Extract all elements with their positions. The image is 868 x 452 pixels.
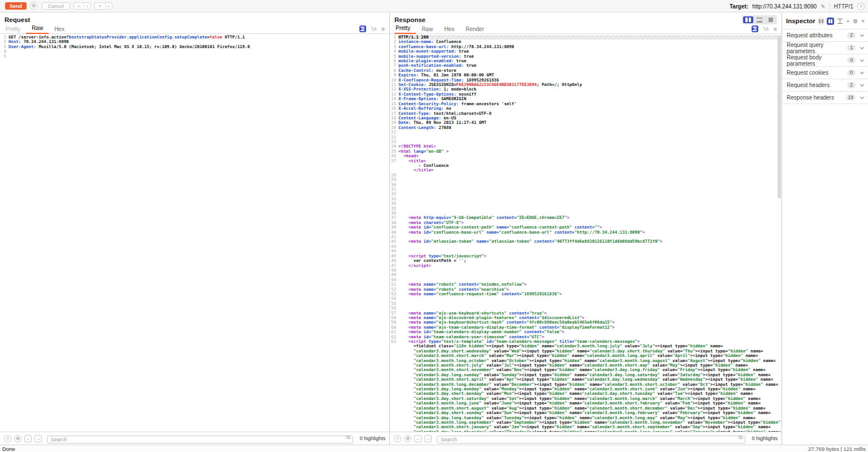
code-line[interactable]: 4 <box>0 49 389 54</box>
layout-columns-button[interactable] <box>743 16 753 23</box>
layout-single-button[interactable] <box>766 16 776 23</box>
inspector-section-request-headers[interactable]: Request headers2 <box>782 79 868 92</box>
code-line[interactable]: 47 </script> <box>390 264 782 268</box>
send-button[interactable]: Send <box>5 2 27 10</box>
editor-menu-icon[interactable]: ≡ <box>774 26 777 32</box>
code-line[interactable]: </title> <box>390 168 782 173</box>
response-panel: Response PrettyRawHexRender \n ≡ 1HTTP/1… <box>390 13 782 445</box>
search-input[interactable] <box>437 436 745 444</box>
code-line[interactable]: 53 <meta name="confluence-request-time" … <box>390 292 782 296</box>
code-line[interactable]: 40 <meta id="confluence-base-url" name="… <box>390 230 782 235</box>
code-line[interactable]: "calendar3.day.long.thursday" value="Thu… <box>390 430 782 432</box>
line-content: <html lang="en-GB" > <box>398 149 782 154</box>
code-line[interactable]: 22 <box>390 135 782 140</box>
line-content <box>398 192 782 196</box>
response-editor[interactable]: 1HTTP/1.1 2002instance-name: Confluence3… <box>390 34 782 432</box>
inspector-section-request-attributes[interactable]: Request attributes2 <box>782 29 868 42</box>
line-content: Content-Length: 27080 <box>398 126 782 130</box>
tab-raw[interactable]: Raw <box>26 25 49 34</box>
code-line[interactable]: 31 <box>390 187 782 192</box>
collapse-all-icon[interactable]: ÷ <box>846 18 850 24</box>
forward-arrow-icon: > <box>95 3 105 9</box>
http-version-label[interactable]: HTTP/1 <box>834 3 853 10</box>
search-next-button[interactable]: → <box>34 435 42 442</box>
search-settings-button[interactable]: ⚙ <box>14 435 21 442</box>
code-line[interactable]: 33 <box>390 197 782 201</box>
line-number: 5 <box>0 54 8 59</box>
scrollbar[interactable] <box>778 36 781 199</box>
line-content: </script> <box>398 264 782 268</box>
code-line[interactable]: 42 <meta id="atlassian-token" name="atla… <box>390 239 782 244</box>
line-number <box>390 368 398 372</box>
tab-raw[interactable]: Raw <box>416 26 439 34</box>
code-line[interactable]: 30 <box>390 183 782 187</box>
count-badge: 0 <box>847 57 856 63</box>
expand-all-icon[interactable] <box>837 19 843 24</box>
help-button[interactable]: ? <box>857 3 865 10</box>
search-prev-button[interactable]: ← <box>24 435 32 442</box>
section-label: Request body parameters <box>787 54 847 67</box>
search-help-button[interactable]: ? <box>394 435 401 442</box>
gear-icon[interactable]: ⚙ <box>852 18 858 24</box>
close-icon[interactable]: × <box>861 18 865 24</box>
code-line[interactable]: 32 <box>390 192 782 196</box>
inspector-section-response-headers[interactable]: Response headers19 <box>782 92 868 104</box>
show-newlines-icon[interactable]: \n <box>763 27 769 32</box>
code-line[interactable]: 35 <box>390 206 782 211</box>
code-line[interactable]: 25<html lang="en-GB" > <box>390 149 782 154</box>
inspector-layout-side-icon[interactable] <box>818 18 825 25</box>
editor-menu-icon[interactable]: ≡ <box>381 26 385 32</box>
line-content <box>398 302 782 306</box>
question-icon: ? <box>396 436 398 441</box>
send-options-button[interactable]: ⚙ <box>30 2 37 10</box>
edit-target-icon[interactable]: ✎ <box>821 3 825 10</box>
chevron-down-icon[interactable]: ▾ <box>84 3 90 9</box>
layout-toggle-group <box>742 15 777 24</box>
inspector-section-request-query-parameters[interactable]: Request query parameters1 <box>782 42 868 54</box>
prettify-icon[interactable] <box>752 25 758 32</box>
search-help-button[interactable]: ? <box>4 435 11 442</box>
search-settings-button[interactable]: ⚙ <box>404 435 411 442</box>
search-next-button[interactable]: → <box>424 435 432 442</box>
code-line[interactable]: 20Content-Length: 27080 <box>390 126 782 130</box>
code-line[interactable]: 21 <box>390 130 782 135</box>
line-content <box>398 130 782 135</box>
gear-icon: ⚙ <box>406 436 410 441</box>
tab-hex[interactable]: Hex <box>439 26 460 34</box>
code-line[interactable]: 26 <head> <box>390 154 782 158</box>
code-line[interactable]: 43 <box>390 244 782 249</box>
tab-pretty[interactable]: Pretty <box>394 25 416 34</box>
line-content <box>398 201 782 206</box>
inspector-section-request-cookies[interactable]: Request cookies0 <box>782 67 868 79</box>
code-line[interactable]: 46 var contextPath = ''; <box>390 259 782 263</box>
chevron-down-icon[interactable]: ▾ <box>105 3 112 9</box>
code-line[interactable]: - Confluence <box>390 163 782 168</box>
line-content <box>398 197 782 201</box>
response-metrics: 27,769 bytes | 121 millis <box>808 446 866 452</box>
layout-rows-button[interactable] <box>754 16 765 23</box>
search-input[interactable] <box>47 436 353 444</box>
prettify-icon[interactable] <box>359 25 366 32</box>
code-line[interactable]: 49 <box>390 273 782 277</box>
code-line[interactable]: 5 <box>0 54 389 59</box>
line-number <box>390 397 398 401</box>
cancel-button[interactable]: Cancel <box>42 2 70 10</box>
code-line[interactable]: 54 <box>390 296 782 301</box>
code-line[interactable]: 3User-Agent: Mozilla/5.0 (Macintosh; Int… <box>0 45 389 49</box>
code-line[interactable]: 55 <box>390 302 782 306</box>
tab-pretty[interactable]: Pretty <box>5 26 26 34</box>
tab-render[interactable]: Render <box>460 26 490 34</box>
search-prev-button[interactable]: ← <box>414 435 422 442</box>
code-line[interactable]: 28 <box>390 173 782 178</box>
inspector-layout-overlay-icon[interactable] <box>827 18 834 25</box>
prev-request-button[interactable]: < ▾ <box>73 2 91 10</box>
show-newlines-icon[interactable]: \n <box>371 27 377 32</box>
request-editor[interactable]: 1GET /server-info.action?bootstrapStatus… <box>0 34 389 432</box>
inspector-section-request-body-parameters[interactable]: Request body parameters0 <box>782 54 868 67</box>
code-line[interactable]: 48 <box>390 268 782 273</box>
code-line[interactable]: 23 <box>390 140 782 144</box>
next-request-button[interactable]: > ▾ <box>94 2 112 10</box>
code-line[interactable]: 29 <box>390 178 782 182</box>
code-line[interactable]: 34 <box>390 201 782 206</box>
tab-hex[interactable]: Hex <box>49 26 70 34</box>
